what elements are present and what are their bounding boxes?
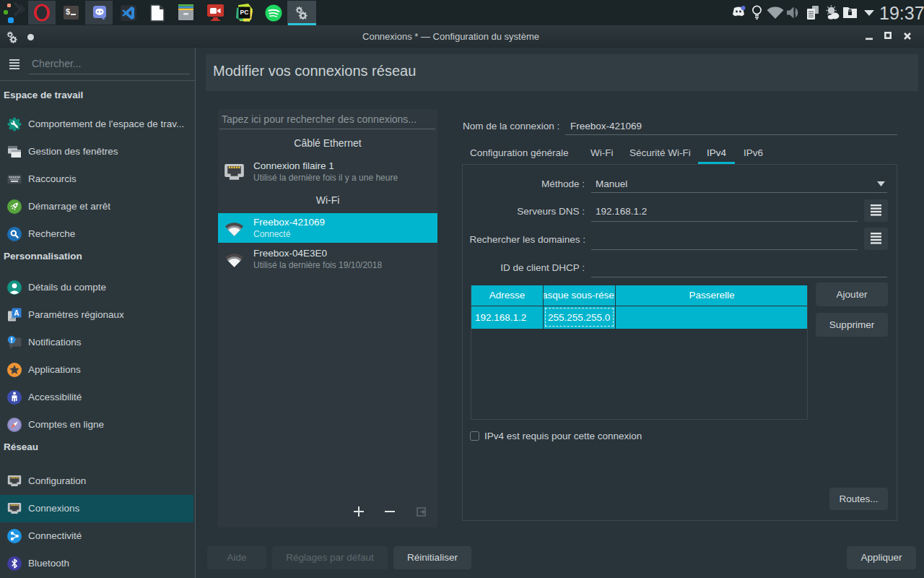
svg-text:$: $ bbox=[66, 7, 70, 16]
svg-text:A: A bbox=[14, 309, 19, 317]
svg-text:PC: PC bbox=[240, 9, 249, 16]
